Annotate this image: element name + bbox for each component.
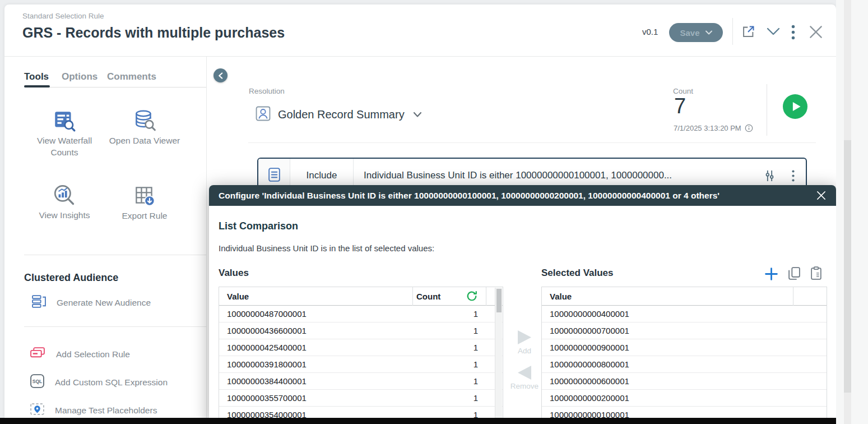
table-row[interactable]: 100000004366000011 <box>219 322 503 339</box>
list-comparison-heading: List Comparison <box>219 220 298 232</box>
cell-value: 10000000000400001 <box>542 309 827 319</box>
main-divider <box>248 142 816 143</box>
tab-tools[interactable]: Tools <box>24 71 49 82</box>
insights-icon <box>52 200 77 209</box>
data-viewer-icon <box>132 125 157 135</box>
cell-value: 10000000487000001 <box>219 309 444 319</box>
column-divider <box>412 287 413 306</box>
add-label: Add <box>518 347 531 355</box>
remove-arrow-icon[interactable] <box>517 365 532 380</box>
sidebar-right-border <box>206 57 207 418</box>
sliders-icon[interactable] <box>763 169 776 182</box>
page-scrollbar-thumb[interactable] <box>844 140 851 393</box>
info-icon[interactable] <box>745 124 753 132</box>
chevron-down-icon[interactable] <box>767 27 780 36</box>
cell-count: 1 <box>444 326 478 335</box>
paste-icon[interactable] <box>810 266 822 280</box>
table-row[interactable]: 10000000000800001 <box>542 356 827 373</box>
cell-count: 1 <box>444 360 478 369</box>
tool-label: Open Data Viewer <box>108 135 181 147</box>
sidebar-item-manage-test-placeholders[interactable]: Manage Test Placeholders <box>30 402 157 419</box>
waterfall-counts-icon <box>52 125 77 135</box>
transfer-controls: Add Remove <box>512 325 537 390</box>
selected-table-header: Value <box>542 287 827 306</box>
cell-count: 1 <box>444 393 478 403</box>
count-timestamp-text: 7/1/2025 3:13:20 PM <box>674 124 741 132</box>
svg-text:SQL: SQL <box>33 379 42 384</box>
table-row[interactable]: 100000003918000011 <box>219 356 503 373</box>
add-arrow-icon[interactable] <box>517 330 532 345</box>
table-row[interactable]: 100000004870000011 <box>219 306 503 322</box>
document-icon <box>268 167 281 185</box>
values-table: Value Count 1000000048700000111000000043… <box>219 287 503 424</box>
tool-view-insights[interactable]: View Insights <box>28 183 101 222</box>
tab-comments[interactable]: Comments <box>107 71 156 82</box>
table-row[interactable]: 100000003557000011 <box>219 390 503 407</box>
sql-icon: SQL <box>30 374 45 391</box>
tool-view-waterfall-counts[interactable]: View Waterfall Counts <box>28 108 101 159</box>
sidebar-item-label: Generate New Audience <box>57 298 151 308</box>
refresh-icon[interactable] <box>466 290 478 302</box>
modal-title: Configure 'Individual Business Unit ID i… <box>219 191 720 201</box>
table-row[interactable]: 100000003844000011 <box>219 373 503 390</box>
sidebar-item-add-selection-rule[interactable]: Add Selection Rule <box>30 347 130 362</box>
cell-value: 10000000000700001 <box>542 326 827 335</box>
header-divider <box>732 18 733 45</box>
values-table-scroll-thumb[interactable] <box>496 289 502 312</box>
generate-audience-icon <box>31 294 47 311</box>
selected-values-heading: Selected Values <box>541 268 614 279</box>
table-row[interactable]: 10000000000600001 <box>542 373 827 390</box>
page-gutter <box>836 0 868 424</box>
plus-icon[interactable] <box>764 267 778 281</box>
remove-label: Remove <box>510 382 539 390</box>
test-placeholders-icon <box>30 402 45 419</box>
table-row[interactable]: 10000000000400001 <box>542 306 827 322</box>
open-in-new-icon[interactable] <box>741 24 756 39</box>
add-selection-rule-icon <box>30 347 46 362</box>
tool-label: Export Rule <box>108 210 181 222</box>
bottom-edge-bar <box>0 418 836 424</box>
rule-type-eyebrow: Standard Selection Rule <box>22 12 104 20</box>
version-label: v0.1 <box>642 27 658 36</box>
run-count-button[interactable] <box>783 94 807 119</box>
play-icon <box>792 101 801 112</box>
resolution-dropdown[interactable]: Golden Record Summary <box>256 106 422 123</box>
tool-label: View Waterfall Counts <box>28 135 101 159</box>
count-divider <box>767 84 767 136</box>
values-table-scrollbar[interactable] <box>495 288 502 423</box>
resolution-label: Resolution <box>249 87 285 95</box>
close-icon[interactable] <box>807 24 824 40</box>
rule-kebab-menu-icon[interactable] <box>792 170 795 182</box>
sidebar-item-label: Manage Test Placeholders <box>55 405 157 416</box>
column-divider <box>793 287 793 306</box>
column-header-value[interactable]: Value <box>219 292 503 301</box>
tab-options[interactable]: Options <box>62 71 98 82</box>
sidebar-item-generate-audience[interactable]: Generate New Audience <box>31 294 151 311</box>
values-table-header: Value Count <box>219 287 503 306</box>
table-row[interactable]: 10000000000900001 <box>542 339 827 356</box>
cell-count: 1 <box>444 309 478 319</box>
table-row[interactable]: 10000000000200001 <box>542 390 827 407</box>
save-button[interactable]: Save <box>669 23 723 42</box>
cell-value: 10000000000800001 <box>542 360 827 369</box>
sidebar-item-add-custom-sql[interactable]: SQL Add Custom SQL Expression <box>30 374 168 391</box>
kebab-menu-icon[interactable] <box>791 25 795 40</box>
cell-count: 1 <box>444 343 478 352</box>
modal-close-icon[interactable] <box>816 190 827 201</box>
active-tab-underline <box>24 85 50 87</box>
column-header-count[interactable]: Count <box>416 292 440 301</box>
collapse-sidebar-icon[interactable] <box>213 68 228 82</box>
selected-table-body: 1000000000040000110000000000700001100000… <box>542 306 827 423</box>
copy-icon[interactable] <box>788 266 801 280</box>
cell-value: 10000000391800001 <box>219 360 444 369</box>
tool-open-data-viewer[interactable]: Open Data Viewer <box>108 108 181 147</box>
table-row[interactable]: 100000004254000011 <box>219 339 503 356</box>
configure-rule-modal: Configure 'Individual Business Unit ID i… <box>209 185 836 424</box>
count-timestamp: 7/1/2025 3:13:20 PM <box>674 124 753 132</box>
column-header-value[interactable]: Value <box>542 292 827 301</box>
person-icon <box>256 106 271 123</box>
table-row[interactable]: 10000000000700001 <box>542 322 827 339</box>
page-title: GRS - Records with multiple purchases <box>22 25 285 41</box>
tool-export-rule[interactable]: Export Rule <box>108 183 181 222</box>
column-divider <box>486 287 486 306</box>
